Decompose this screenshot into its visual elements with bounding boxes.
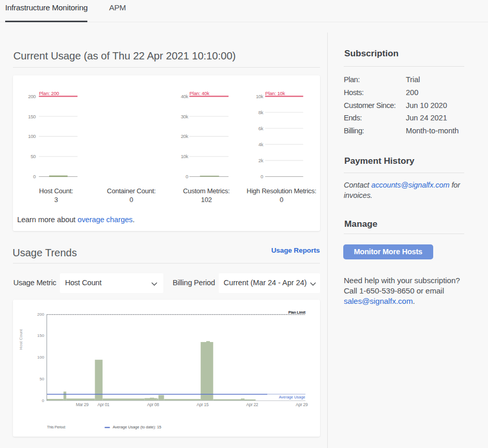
svg-text:This Period:: This Period: <box>47 425 66 429</box>
svg-text:Apr 22: Apr 22 <box>246 402 258 407</box>
svg-text:2k: 2k <box>258 158 264 163</box>
svg-text:Apr 01: Apr 01 <box>98 402 110 407</box>
svg-text:150: 150 <box>28 114 36 119</box>
svg-text:Apr 15: Apr 15 <box>196 402 209 407</box>
svg-text:6k: 6k <box>258 126 264 131</box>
svg-text:10k: 10k <box>181 153 189 159</box>
svg-text:Plan: 200: Plan: 200 <box>39 90 59 96</box>
svg-text:200: 200 <box>28 94 36 99</box>
svg-text:Plan: 10k: Plan: 10k <box>265 90 285 96</box>
svg-text:100: 100 <box>37 355 44 360</box>
svg-text:Average Usage (to date): 15: Average Usage (to date): 15 <box>113 425 161 429</box>
svg-text:10k: 10k <box>256 94 264 99</box>
svg-text:30k: 30k <box>181 114 189 119</box>
svg-text:20k: 20k <box>181 133 189 139</box>
svg-text:Average Usage: Average Usage <box>279 395 306 399</box>
svg-text:40k: 40k <box>181 94 189 99</box>
svg-text:Mar 29: Mar 29 <box>76 402 89 407</box>
svg-text:Plan: 40k: Plan: 40k <box>190 90 210 96</box>
svg-text:8k: 8k <box>258 110 264 115</box>
svg-text:0: 0 <box>261 174 263 179</box>
svg-text:50: 50 <box>39 377 44 381</box>
svg-text:Apr 29: Apr 29 <box>296 402 308 407</box>
svg-text:0: 0 <box>186 174 188 179</box>
svg-text:0: 0 <box>42 398 44 403</box>
svg-text:200: 200 <box>37 312 44 317</box>
svg-text:4k: 4k <box>258 142 264 147</box>
svg-text:100: 100 <box>28 133 36 139</box>
svg-text:Host Count: Host Count <box>19 329 23 350</box>
svg-text:Apr 08: Apr 08 <box>147 402 159 407</box>
svg-text:150: 150 <box>37 333 44 338</box>
svg-text:Plan Limit: Plan Limit <box>288 310 306 315</box>
svg-text:0: 0 <box>33 174 36 179</box>
svg-text:50: 50 <box>30 153 36 159</box>
